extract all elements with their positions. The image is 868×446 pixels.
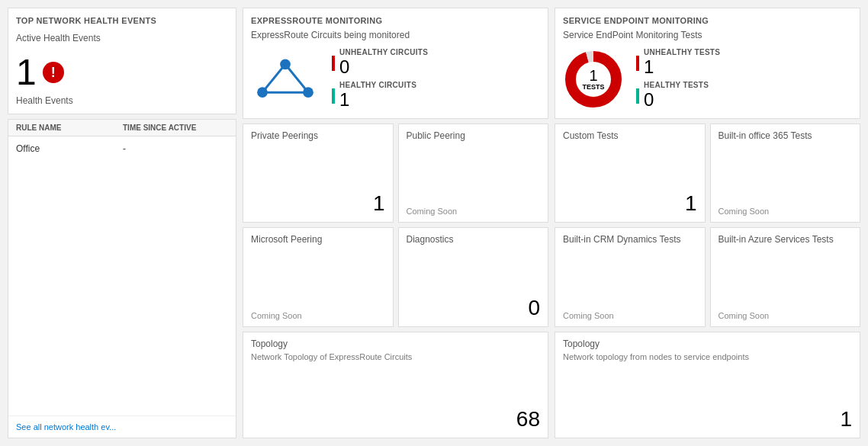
topology-title-middle: Topology <box>251 339 540 349</box>
tile-diagnostics[interactable]: Diagnostics 0 <box>398 227 549 326</box>
svc-legend: UNHEALTHY TESTS 1 HEALTHY TESTS 0 <box>636 48 720 111</box>
right-panel: SERVICE ENDPOINT MONITORING Service EndP… <box>555 8 860 438</box>
expressroute-top: EXPRESSROUTE MONITORING ExpressRoute Cir… <box>243 8 548 119</box>
middle-tiles-grid: Private Peerings 1 Public Peering Coming… <box>243 124 548 438</box>
unhealthy-bar <box>332 56 335 71</box>
builtin-azure-coming-soon: Coming Soon <box>719 311 853 320</box>
right-tiles-grid: Custom Tests 1 Built-in office 365 Tests… <box>555 124 860 438</box>
topology-desc-right: Network topology from nodes to service e… <box>563 352 852 361</box>
unhealthy-tests-label: UNHEALTHY TESTS <box>644 48 720 56</box>
builtin-crm-title: Built-in CRM Dynamics Tests <box>563 234 697 245</box>
see-all-link[interactable]: See all network health ev... <box>8 416 236 438</box>
healthy-tests-count: 0 <box>644 89 709 111</box>
health-top-section: TOP NETWORK HEALTH EVENTS Active Health … <box>8 8 236 114</box>
healthy-bar <box>332 88 335 104</box>
health-label: Health Events <box>16 95 228 106</box>
health-count-row: 1 ! <box>16 54 228 91</box>
health-table-area: RULE NAME TIME SINCE ACTIVE Office - See… <box>8 119 236 438</box>
healthy-circuits-label: HEALTHY CIRCUITS <box>339 81 416 89</box>
service-top: SERVICE ENDPOINT MONITORING Service EndP… <box>555 8 860 119</box>
healthy-tests-bar <box>636 88 639 104</box>
private-peerings-value: 1 <box>251 191 385 216</box>
er-subtitle: ExpressRoute Circuits being monitored <box>251 30 540 40</box>
tile-public-peering[interactable]: Public Peering Coming Soon <box>398 124 549 223</box>
builtin-365-coming-soon: Coming Soon <box>719 207 853 216</box>
left-panel: TOP NETWORK HEALTH EVENTS Active Health … <box>8 8 236 438</box>
unhealthy-circuits-count: 0 <box>339 56 428 78</box>
donut-tests-label: TESTS <box>582 84 604 91</box>
unhealthy-tests-bar <box>636 56 639 71</box>
custom-tests-title: Custom Tests <box>563 130 697 141</box>
network-topology-icon <box>251 56 320 102</box>
table-row: Office - <box>16 140 228 157</box>
topology-desc-middle: Network Topology of ExpressRoute Circuit… <box>251 352 540 361</box>
error-icon: ! <box>43 62 64 83</box>
diagnostics-title: Diagnostics <box>407 234 541 245</box>
healthy-tests-label: HEALTHY TESTS <box>644 81 709 89</box>
health-number: 1 <box>16 54 37 91</box>
builtin-azure-title: Built-in Azure Services Tests <box>719 234 853 245</box>
topology-title-right: Topology <box>563 339 852 349</box>
microsoft-peering-coming-soon: Coming Soon <box>251 311 385 320</box>
tile-builtin-365[interactable]: Built-in office 365 Tests Coming Soon <box>710 124 861 223</box>
donut-number: 1 <box>582 67 604 84</box>
healthy-tests-item: HEALTHY TESTS 0 <box>636 81 720 111</box>
right-header: SERVICE ENDPOINT MONITORING <box>563 16 852 30</box>
col-rule-name: RULE NAME <box>16 124 123 132</box>
middle-header: EXPRESSROUTE MONITORING <box>251 16 540 30</box>
public-peering-coming-soon: Coming Soon <box>407 207 541 216</box>
tile-topology-right[interactable]: Topology Network topology from nodes to … <box>555 332 860 438</box>
unhealthy-circuits-item: UNHEALTHY CIRCUITS 0 <box>332 48 428 78</box>
unhealthy-tests-item: UNHEALTHY TESTS 1 <box>636 48 720 78</box>
tile-private-peerings[interactable]: Private Peerings 1 <box>243 124 394 223</box>
cell-time: - <box>123 143 228 154</box>
topology-value-middle: 68 <box>251 407 540 432</box>
left-panel-header: TOP NETWORK HEALTH EVENTS <box>16 16 228 25</box>
healthy-circuits-count: 1 <box>339 89 416 111</box>
tile-builtin-crm[interactable]: Built-in CRM Dynamics Tests Coming Soon <box>555 227 706 326</box>
private-peerings-title: Private Peerings <box>251 130 385 141</box>
col-time-since: TIME SINCE ACTIVE <box>123 124 228 132</box>
health-subtitle: Active Health Events <box>16 33 228 43</box>
donut-chart: 1 TESTS <box>563 49 624 110</box>
custom-tests-value: 1 <box>563 191 697 216</box>
svc-content: 1 TESTS UNHEALTHY TESTS 1 <box>563 48 852 111</box>
table-header-row: RULE NAME TIME SINCE ACTIVE <box>8 120 236 136</box>
donut-label: 1 TESTS <box>582 67 604 91</box>
tile-topology-middle[interactable]: Topology Network Topology of ExpressRout… <box>243 332 548 438</box>
middle-panel: EXPRESSROUTE MONITORING ExpressRoute Cir… <box>243 8 548 438</box>
diagnostics-value: 0 <box>407 296 541 320</box>
er-legend: UNHEALTHY CIRCUITS 0 HEALTHY CIRCUITS 1 <box>332 48 428 111</box>
cell-rule: Office <box>16 143 123 154</box>
svc-subtitle: Service EndPoint Monitoring Tests <box>563 30 852 40</box>
topology-value-right: 1 <box>563 407 852 432</box>
unhealthy-circuits-label: UNHEALTHY CIRCUITS <box>339 48 428 56</box>
table-body: Office - <box>8 136 236 416</box>
microsoft-peering-title: Microsoft Peering <box>251 234 385 245</box>
tile-microsoft-peering[interactable]: Microsoft Peering Coming Soon <box>243 227 394 326</box>
public-peering-title: Public Peering <box>407 130 541 141</box>
svg-line-4 <box>262 64 285 92</box>
svg-line-5 <box>285 64 308 92</box>
er-content: UNHEALTHY CIRCUITS 0 HEALTHY CIRCUITS 1 <box>251 48 540 111</box>
unhealthy-tests-count: 1 <box>644 56 720 78</box>
builtin-crm-coming-soon: Coming Soon <box>563 311 697 320</box>
tile-builtin-azure[interactable]: Built-in Azure Services Tests Coming Soo… <box>710 227 861 326</box>
tile-custom-tests[interactable]: Custom Tests 1 <box>555 124 706 223</box>
healthy-circuits-item: HEALTHY CIRCUITS 1 <box>332 81 428 111</box>
dashboard: TOP NETWORK HEALTH EVENTS Active Health … <box>0 0 868 446</box>
builtin-365-title: Built-in office 365 Tests <box>719 130 853 141</box>
